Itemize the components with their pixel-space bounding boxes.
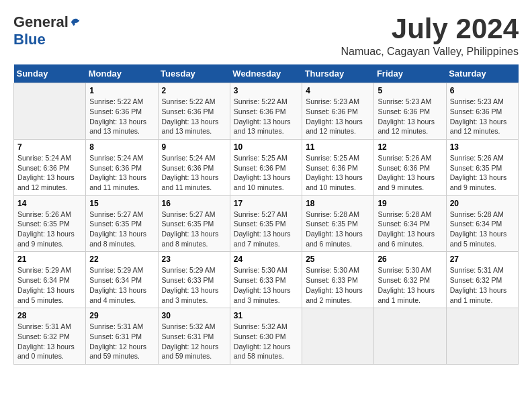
calendar-cell: 3Sunrise: 5:22 AM Sunset: 6:36 PM Daylig… — [230, 83, 302, 140]
day-info: Sunrise: 5:25 AM Sunset: 6:36 PM Dayligh… — [234, 153, 298, 193]
calendar-week-row: 14Sunrise: 5:26 AM Sunset: 6:35 PM Dayli… — [14, 195, 519, 252]
day-number: 11 — [306, 142, 370, 152]
calendar-cell: 1Sunrise: 5:22 AM Sunset: 6:36 PM Daylig… — [86, 83, 158, 140]
calendar-cell: 8Sunrise: 5:24 AM Sunset: 6:36 PM Daylig… — [86, 139, 158, 195]
calendar-cell: 2Sunrise: 5:22 AM Sunset: 6:36 PM Daylig… — [158, 83, 230, 140]
day-number: 5 — [378, 86, 442, 95]
day-info: Sunrise: 5:28 AM Sunset: 6:35 PM Dayligh… — [306, 210, 370, 249]
calendar-header-row: SundayMondayTuesdayWednesdayThursdayFrid… — [14, 64, 519, 83]
day-number: 18 — [306, 199, 370, 208]
calendar-week-row: 28Sunrise: 5:31 AM Sunset: 6:32 PM Dayli… — [14, 308, 519, 365]
day-info: Sunrise: 5:25 AM Sunset: 6:36 PM Dayligh… — [306, 153, 370, 193]
day-number: 28 — [17, 311, 82, 320]
day-number: 2 — [162, 86, 226, 95]
day-number: 9 — [162, 142, 226, 152]
day-info: Sunrise: 5:30 AM Sunset: 6:33 PM Dayligh… — [234, 265, 298, 305]
day-info: Sunrise: 5:26 AM Sunset: 6:36 PM Dayligh… — [378, 153, 442, 193]
calendar-cell: 17Sunrise: 5:27 AM Sunset: 6:35 PM Dayli… — [230, 195, 302, 252]
day-number: 16 — [162, 199, 226, 208]
day-info: Sunrise: 5:29 AM Sunset: 6:34 PM Dayligh… — [89, 265, 154, 305]
day-number: 25 — [306, 255, 370, 264]
calendar-cell: 7Sunrise: 5:24 AM Sunset: 6:36 PM Daylig… — [14, 139, 86, 195]
day-number: 29 — [89, 311, 154, 320]
day-number: 6 — [450, 86, 515, 95]
calendar-cell: 16Sunrise: 5:27 AM Sunset: 6:35 PM Dayli… — [158, 195, 230, 252]
day-number: 3 — [234, 86, 298, 95]
calendar-cell: 31Sunrise: 5:32 AM Sunset: 6:30 PM Dayli… — [230, 308, 302, 365]
day-info: Sunrise: 5:24 AM Sunset: 6:36 PM Dayligh… — [89, 153, 154, 193]
day-info: Sunrise: 5:22 AM Sunset: 6:36 PM Dayligh… — [162, 97, 226, 136]
calendar-cell: 30Sunrise: 5:32 AM Sunset: 6:31 PM Dayli… — [158, 308, 230, 365]
day-of-week-header: Tuesday — [158, 64, 230, 83]
day-info: Sunrise: 5:30 AM Sunset: 6:32 PM Dayligh… — [378, 265, 442, 305]
calendar-cell: 15Sunrise: 5:27 AM Sunset: 6:35 PM Dayli… — [86, 195, 158, 252]
day-number: 24 — [234, 255, 298, 264]
day-info: Sunrise: 5:22 AM Sunset: 6:36 PM Dayligh… — [89, 97, 154, 136]
calendar-cell — [14, 83, 86, 140]
day-number: 8 — [89, 142, 154, 152]
day-number: 17 — [234, 199, 298, 208]
calendar-cell: 20Sunrise: 5:28 AM Sunset: 6:34 PM Dayli… — [446, 195, 518, 252]
day-of-week-header: Sunday — [14, 64, 86, 83]
day-info: Sunrise: 5:30 AM Sunset: 6:33 PM Dayligh… — [306, 265, 370, 305]
day-info: Sunrise: 5:32 AM Sunset: 6:31 PM Dayligh… — [162, 322, 226, 361]
day-info: Sunrise: 5:24 AM Sunset: 6:36 PM Dayligh… — [17, 153, 82, 193]
calendar-cell: 5Sunrise: 5:23 AM Sunset: 6:36 PM Daylig… — [374, 83, 446, 140]
day-info: Sunrise: 5:28 AM Sunset: 6:34 PM Dayligh… — [450, 210, 515, 249]
day-number: 7 — [17, 142, 82, 152]
day-number: 30 — [162, 311, 226, 320]
calendar-cell: 23Sunrise: 5:29 AM Sunset: 6:33 PM Dayli… — [158, 252, 230, 308]
day-of-week-header: Wednesday — [230, 64, 302, 83]
day-number: 1 — [89, 86, 154, 95]
day-info: Sunrise: 5:24 AM Sunset: 6:36 PM Dayligh… — [162, 153, 226, 193]
day-info: Sunrise: 5:31 AM Sunset: 6:31 PM Dayligh… — [89, 322, 154, 361]
day-number: 23 — [162, 255, 226, 264]
day-number: 15 — [89, 199, 154, 208]
location-subtitle: Namuac, Cagayan Valley, Philippines — [341, 46, 519, 58]
calendar-cell: 14Sunrise: 5:26 AM Sunset: 6:35 PM Dayli… — [14, 195, 86, 252]
day-number: 19 — [378, 199, 442, 208]
day-info: Sunrise: 5:31 AM Sunset: 6:32 PM Dayligh… — [450, 265, 515, 305]
day-number: 13 — [450, 142, 515, 152]
calendar-cell: 4Sunrise: 5:23 AM Sunset: 6:36 PM Daylig… — [302, 83, 374, 140]
page-header: General Blue July 2024 Namuac, Cagayan V… — [13, 13, 519, 58]
logo: General Blue — [13, 13, 82, 48]
day-number: 4 — [306, 86, 370, 95]
day-number: 27 — [450, 255, 515, 264]
calendar-cell: 6Sunrise: 5:23 AM Sunset: 6:36 PM Daylig… — [446, 83, 518, 140]
calendar-cell: 24Sunrise: 5:30 AM Sunset: 6:33 PM Dayli… — [230, 252, 302, 308]
day-info: Sunrise: 5:28 AM Sunset: 6:34 PM Dayligh… — [378, 210, 442, 249]
calendar-cell: 25Sunrise: 5:30 AM Sunset: 6:33 PM Dayli… — [302, 252, 374, 308]
day-number: 12 — [378, 142, 442, 152]
day-info: Sunrise: 5:23 AM Sunset: 6:36 PM Dayligh… — [378, 97, 442, 136]
month-year-title: July 2024 — [341, 13, 519, 44]
day-info: Sunrise: 5:27 AM Sunset: 6:35 PM Dayligh… — [234, 210, 298, 249]
logo-general-text: General — [13, 13, 69, 31]
calendar-week-row: 7Sunrise: 5:24 AM Sunset: 6:36 PM Daylig… — [14, 139, 519, 195]
day-number: 26 — [378, 255, 442, 264]
day-number: 31 — [234, 311, 298, 320]
calendar-cell: 18Sunrise: 5:28 AM Sunset: 6:35 PM Dayli… — [302, 195, 374, 252]
calendar-cell: 12Sunrise: 5:26 AM Sunset: 6:36 PM Dayli… — [374, 139, 446, 195]
calendar-cell: 29Sunrise: 5:31 AM Sunset: 6:31 PM Dayli… — [86, 308, 158, 365]
title-block: July 2024 Namuac, Cagayan Valley, Philip… — [341, 13, 519, 58]
calendar-cell: 10Sunrise: 5:25 AM Sunset: 6:36 PM Dayli… — [230, 139, 302, 195]
day-number: 21 — [17, 255, 82, 264]
day-info: Sunrise: 5:22 AM Sunset: 6:36 PM Dayligh… — [234, 97, 298, 136]
calendar-cell: 27Sunrise: 5:31 AM Sunset: 6:32 PM Dayli… — [446, 252, 518, 308]
day-info: Sunrise: 5:26 AM Sunset: 6:35 PM Dayligh… — [17, 210, 82, 249]
day-info: Sunrise: 5:31 AM Sunset: 6:32 PM Dayligh… — [17, 322, 82, 361]
calendar-cell: 22Sunrise: 5:29 AM Sunset: 6:34 PM Dayli… — [86, 252, 158, 308]
calendar-cell: 21Sunrise: 5:29 AM Sunset: 6:34 PM Dayli… — [14, 252, 86, 308]
calendar-cell: 19Sunrise: 5:28 AM Sunset: 6:34 PM Dayli… — [374, 195, 446, 252]
day-info: Sunrise: 5:27 AM Sunset: 6:35 PM Dayligh… — [89, 210, 154, 249]
day-number: 20 — [450, 199, 515, 208]
logo-blue-text: Blue — [13, 31, 46, 48]
day-number: 10 — [234, 142, 298, 152]
day-info: Sunrise: 5:26 AM Sunset: 6:35 PM Dayligh… — [450, 153, 515, 193]
day-number: 14 — [17, 199, 82, 208]
calendar-cell — [374, 308, 446, 365]
day-info: Sunrise: 5:32 AM Sunset: 6:30 PM Dayligh… — [234, 322, 298, 361]
logo-bird-icon — [70, 16, 82, 28]
day-of-week-header: Saturday — [446, 64, 518, 83]
